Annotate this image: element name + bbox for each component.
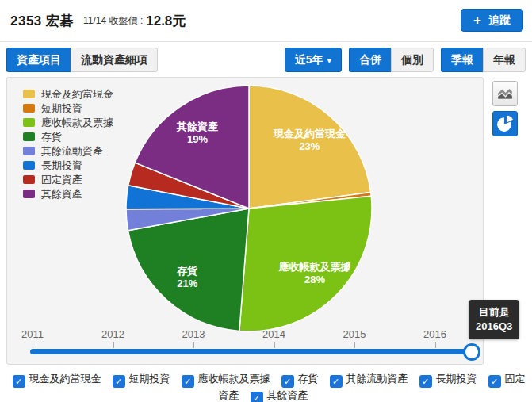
legend-swatch (23, 190, 35, 198)
legend-swatch (23, 90, 35, 98)
legend-label: 固定資產 (41, 173, 82, 187)
legend-item[interactable]: 其餘資產 (23, 187, 113, 201)
stock-name: 宏碁 (46, 13, 74, 29)
series-checkbox-label: 現金及約當現金 (29, 373, 101, 385)
pie-chart: 現金及約當現金23%應收帳款及票據28%存貨21%其餘資產19% (118, 78, 380, 339)
legend-label: 現金及約當現金 (41, 87, 113, 101)
header: 2353 宏碁 11/14 收盤價 : 12.8元 + 追蹤 (0, 0, 532, 42)
legend-swatch (23, 147, 35, 155)
current-period-tooltip: 目前是 2016Q3 (469, 300, 519, 339)
legend-swatch (23, 175, 35, 184)
timeline-year-label: 2012 (90, 328, 137, 340)
checkbox-checked-icon[interactable]: ✓ (488, 375, 501, 388)
toolbar: 資產項目 流動資產細項 近5年▾ 合併 個別 季報 年報 (6, 48, 526, 72)
timeline-tick (435, 342, 436, 348)
close-price-value: 12.8元 (146, 12, 186, 30)
checkbox-checked-icon[interactable]: ✓ (182, 375, 194, 388)
legend-label: 存貨 (41, 130, 62, 144)
legend-item[interactable]: 存貨 (23, 130, 113, 144)
stock-title: 2353 宏碁 (10, 12, 74, 30)
consolidated-button[interactable]: 合併 (349, 48, 391, 72)
checkbox-checked-icon[interactable]: ✓ (113, 375, 125, 388)
price-date: 11/14 (83, 15, 106, 26)
legend-item[interactable]: 固定資產 (23, 173, 113, 186)
dataset-tabs: 資產項目 流動資產細項 (6, 48, 158, 72)
tooltip-period: 2016Q3 (476, 320, 512, 334)
chart-type-toggles (492, 81, 518, 141)
legend-label: 其餘資產 (41, 187, 82, 201)
legend-item[interactable]: 應收帳款及票據 (23, 116, 113, 129)
area-chart-icon (496, 85, 514, 102)
pie-chart-icon (496, 115, 514, 132)
checkbox-checked-icon[interactable]: ✓ (251, 392, 263, 402)
chart-legend: 現金及約當現金短期投資應收帳款及票據存貨其餘流動資產長期投資固定資產其餘資產 (23, 87, 113, 201)
series-checkbox-item[interactable]: ✓其餘資產 (251, 389, 308, 401)
series-checkbox-item[interactable]: ✓應收帳款及票據 (182, 373, 270, 385)
timeline-track[interactable] (30, 349, 472, 354)
track-button[interactable]: + 追蹤 (461, 9, 523, 32)
consolidation-toggle: 合併 個別 (349, 48, 434, 72)
checkbox-checked-icon[interactable]: ✓ (281, 375, 294, 388)
individual-button[interactable]: 個別 (391, 48, 434, 72)
period-dropdown-button[interactable]: 近5年▾ (285, 48, 342, 72)
series-checkbox-label: 應收帳款及票據 (198, 373, 270, 385)
area-chart-toggle-button[interactable] (492, 81, 518, 106)
legend-label: 長期投資 (41, 159, 82, 173)
timeline-tick (193, 342, 194, 348)
timeline-year-label: 2015 (331, 328, 378, 340)
tooltip-caption: 目前是 (476, 305, 512, 320)
series-checkbox-label: 長期投資 (436, 373, 477, 385)
timeline-tick (33, 342, 33, 348)
series-checkbox-row: ✓現金及約當現金✓短期投資✓應收帳款及票據✓存貨✓其餘流動資產✓長期投資✓固定資… (3, 371, 529, 402)
legend-label: 短期投資 (41, 101, 82, 116)
series-checkbox-label: 其餘資產 (267, 389, 308, 401)
checkbox-checked-icon[interactable]: ✓ (419, 375, 432, 388)
series-checkbox-item[interactable]: ✓其餘流動資產 (330, 373, 408, 385)
series-checkbox-label: 短期投資 (129, 373, 170, 385)
report-frequency-toggle: 季報 年報 (441, 48, 526, 72)
legend-swatch (23, 132, 35, 141)
legend-label: 其餘流動資產 (41, 144, 103, 159)
legend-item[interactable]: 現金及約當現金 (23, 87, 113, 101)
checkbox-checked-icon[interactable]: ✓ (13, 375, 25, 388)
timeline-tick (354, 342, 355, 348)
legend-item[interactable]: 長期投資 (23, 159, 113, 172)
chevron-down-icon: ▾ (327, 56, 331, 65)
timeline-year-label: 2016 (411, 328, 459, 340)
series-checkbox-label: 其餘流動資產 (346, 373, 408, 385)
series-checkbox-item[interactable]: ✓存貨 (281, 373, 319, 385)
timeline-year-label: 2014 (251, 328, 298, 340)
tab-asset-items[interactable]: 資產項目 (6, 48, 71, 72)
quarterly-button[interactable]: 季報 (441, 48, 483, 72)
legend-label: 應收帳款及票據 (41, 116, 113, 130)
legend-swatch (23, 118, 35, 127)
plus-icon: + (473, 13, 481, 27)
legend-item[interactable]: 短期投資 (23, 101, 113, 115)
timeline-tick (274, 342, 275, 348)
series-checkbox-item[interactable]: ✓短期投資 (113, 373, 170, 385)
timeline-year-label: 2011 (9, 328, 56, 340)
checkbox-checked-icon[interactable]: ✓ (330, 375, 343, 388)
legend-item[interactable]: 其餘流動資產 (23, 144, 113, 158)
timeline-year-label: 2013 (170, 328, 217, 340)
chart-panel: 現金及約當現金短期投資應收帳款及票據存貨其餘流動資產長期投資固定資產其餘資產 現… (6, 77, 484, 365)
series-checkbox-item[interactable]: ✓長期投資 (419, 373, 477, 385)
pie-chart-toggle-button[interactable] (492, 111, 518, 136)
timeline-tick (113, 342, 114, 348)
close-price-caption: 11/14 收盤價 : (83, 14, 143, 28)
legend-swatch (23, 104, 35, 113)
tab-current-asset-detail[interactable]: 流動資產細項 (71, 48, 158, 72)
yearly-button[interactable]: 年報 (483, 48, 526, 72)
pie-slice-label: 存貨21% (176, 265, 197, 289)
series-checkbox-item[interactable]: ✓現金及約當現金 (13, 373, 101, 385)
legend-swatch (23, 161, 35, 170)
timeline-handle[interactable] (463, 343, 480, 361)
stock-id: 2353 (10, 13, 42, 29)
series-checkbox-label: 存貨 (298, 373, 319, 385)
